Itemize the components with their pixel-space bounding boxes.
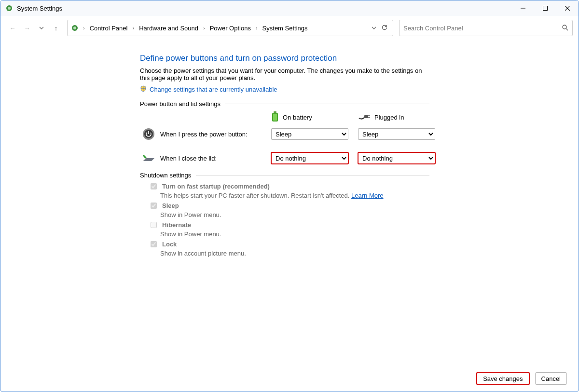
power-button-icon (142, 127, 155, 141)
lid-icon (142, 151, 155, 165)
sleep-checkbox (151, 203, 157, 209)
on-battery-label: On battery (283, 114, 312, 121)
hibernate-label: Hibernate (162, 221, 191, 229)
close-lid-battery-select[interactable]: Do nothing (271, 152, 348, 164)
svg-rect-13 (364, 115, 368, 118)
breadcrumb-item[interactable]: Control Panel (88, 24, 130, 33)
nav-up-button[interactable]: ↑ (50, 22, 62, 34)
search-input[interactable] (403, 25, 562, 32)
section-power-label: Power button and lid settings (140, 100, 221, 108)
address-icon (70, 24, 79, 32)
app-icon (5, 4, 13, 12)
cancel-button[interactable]: Cancel (535, 372, 567, 385)
lock-sub: Show in account picture menu. (160, 250, 429, 257)
chevron-right-icon: › (131, 25, 135, 31)
power-button-battery-select[interactable]: Sleep (271, 128, 348, 140)
address-bar[interactable]: › Control Panel › Hardware and Sound › P… (67, 20, 393, 36)
lock-checkbox (151, 241, 157, 247)
search-icon (562, 24, 568, 32)
divider (225, 104, 429, 104)
save-button[interactable]: Save changes (477, 372, 529, 385)
lock-label: Lock (162, 241, 177, 248)
divider (196, 175, 429, 176)
close-button[interactable] (556, 0, 579, 16)
change-settings-link[interactable]: Change settings that are currently unava… (150, 86, 277, 93)
svg-point-7 (73, 27, 76, 29)
sleep-sub: Show in Power menu. (160, 211, 429, 218)
fast-startup-checkbox (151, 183, 157, 189)
power-button-plugged-select[interactable]: Sleep (358, 128, 435, 140)
minimize-button[interactable] (512, 0, 534, 16)
power-button-row-label: When I press the power button: (160, 131, 248, 138)
titlebar: System Settings (0, 0, 579, 16)
chevron-right-icon: › (82, 25, 86, 31)
plugged-in-label: Plugged in (374, 114, 404, 121)
breadcrumb-item[interactable]: Power Options (208, 24, 253, 33)
page-description: Choose the power settings that you want … (140, 67, 429, 81)
nav-forward-button[interactable]: → (21, 22, 33, 34)
svg-line-9 (566, 28, 568, 30)
page-heading: Define power buttons and turn on passwor… (140, 54, 429, 63)
chevron-right-icon: › (202, 25, 206, 31)
fast-startup-sub: This helps start your PC faster after sh… (160, 192, 351, 199)
maximize-button[interactable] (534, 0, 556, 16)
toolbar: ← → ↑ › Control Panel › Hardware and Sou… (0, 16, 579, 40)
svg-rect-10 (274, 111, 276, 113)
sleep-label: Sleep (162, 202, 179, 209)
shield-icon (140, 85, 147, 94)
close-lid-plugged-select[interactable]: Do nothing (358, 152, 435, 164)
fast-startup-label: Turn on fast startup (recommended) (162, 183, 270, 190)
close-lid-row-label: When I close the lid: (160, 155, 217, 162)
section-shutdown-label: Shutdown settings (140, 172, 191, 179)
chevron-right-icon: › (255, 25, 259, 31)
address-dropdown-icon[interactable] (372, 25, 376, 32)
svg-rect-3 (543, 6, 548, 11)
learn-more-link[interactable]: Learn More (351, 192, 383, 199)
nav-recent-button[interactable] (35, 22, 48, 34)
breadcrumb-item[interactable]: System Settings (261, 24, 310, 33)
plug-icon (358, 113, 371, 122)
nav-back-button[interactable]: ← (6, 22, 19, 34)
window-title: System Settings (17, 5, 62, 12)
hibernate-checkbox (151, 222, 157, 228)
svg-point-8 (563, 25, 566, 29)
search-bar[interactable] (399, 20, 573, 36)
battery-icon (271, 111, 279, 123)
breadcrumb-item[interactable]: Hardware and Sound (137, 24, 200, 33)
refresh-button[interactable] (381, 24, 388, 32)
svg-rect-12 (273, 114, 277, 121)
svg-point-1 (8, 7, 11, 10)
hibernate-sub: Show in Power menu. (160, 230, 429, 238)
